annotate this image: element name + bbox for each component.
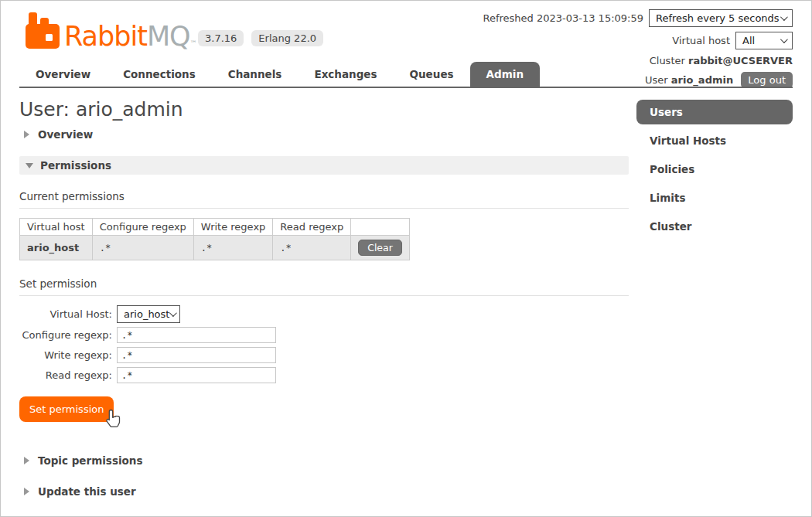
write-regexp-label: Write regexp: bbox=[19, 349, 112, 361]
chevron-down-icon bbox=[169, 309, 177, 317]
write-regexp-input[interactable] bbox=[117, 347, 276, 363]
cell-actions: Clear bbox=[351, 236, 410, 260]
tab-overview[interactable]: Overview bbox=[19, 62, 107, 87]
main-nav-tabs: Overview Connections Channels Exchanges … bbox=[19, 62, 540, 87]
cell-configure-regexp: .* bbox=[92, 236, 193, 260]
set-permission-button[interactable]: Set permission bbox=[19, 396, 114, 422]
version-badges: 3.7.16 Erlang 22.0 bbox=[198, 30, 323, 46]
page-title: User: ario_admin bbox=[19, 98, 629, 121]
erlang-version-badge: Erlang 22.0 bbox=[251, 30, 323, 46]
content-area: User: ario_admin Overview Permissions Cu… bbox=[19, 88, 629, 517]
table-header-row: Virtual host Configure regexp Write rege… bbox=[20, 219, 410, 236]
user-label: User bbox=[645, 74, 668, 86]
virtual-host-filter-value: All bbox=[742, 35, 755, 46]
col-virtual-host: Virtual host bbox=[20, 219, 93, 236]
virtual-host-field-label: Virtual Host: bbox=[19, 308, 112, 320]
cell-write-regexp: .* bbox=[193, 236, 272, 260]
collapsed-arrow-icon bbox=[24, 457, 29, 464]
logout-button[interactable]: Log out bbox=[741, 72, 793, 88]
set-permission-heading: Set permission bbox=[19, 267, 629, 296]
rabbitmq-logo[interactable]: RabbitMQ™ bbox=[24, 12, 196, 52]
section-permissions-label: Permissions bbox=[40, 159, 111, 172]
section-topic-permissions-toggle[interactable]: Topic permissions bbox=[24, 454, 629, 467]
brand-tm-mark: ™ bbox=[190, 39, 196, 47]
tab-channels[interactable]: Channels bbox=[212, 62, 299, 87]
sidebar-item-policies[interactable]: Policies bbox=[636, 157, 793, 182]
admin-sidebar: Users Virtual Hosts Policies Limits Clus… bbox=[636, 88, 793, 517]
col-write-regexp: Write regexp bbox=[193, 219, 272, 236]
section-update-user-toggle[interactable]: Update this user bbox=[24, 485, 629, 498]
clear-permission-button[interactable]: Clear bbox=[358, 240, 402, 256]
collapsed-sections: Topic permissions Update this user Delet… bbox=[19, 454, 629, 517]
read-regexp-input[interactable] bbox=[117, 367, 276, 383]
collapsed-arrow-icon bbox=[24, 131, 29, 138]
read-regexp-label: Read regexp: bbox=[19, 369, 112, 381]
expanded-arrow-icon bbox=[26, 163, 33, 168]
sidebar-item-limits[interactable]: Limits bbox=[636, 185, 793, 210]
section-overview-label: Overview bbox=[38, 128, 93, 141]
cluster-label: Cluster bbox=[650, 55, 685, 66]
section-update-user-label: Update this user bbox=[38, 485, 136, 498]
refreshed-timestamp: Refreshed 2023-03-13 15:09:59 bbox=[483, 12, 643, 24]
set-permission-form: Virtual Host: ario_host Configure regexp… bbox=[19, 305, 629, 436]
col-read-regexp: Read regexp bbox=[273, 219, 351, 236]
sidebar-item-users[interactable]: Users bbox=[636, 100, 793, 124]
rabbitmq-logo-icon bbox=[24, 12, 60, 52]
virtual-host-select-value: ario_host bbox=[124, 308, 169, 320]
logged-in-user-name: ario_admin bbox=[671, 74, 733, 86]
tab-queues[interactable]: Queues bbox=[394, 62, 470, 87]
virtual-host-select[interactable]: ario_host bbox=[117, 305, 180, 323]
refresh-interval-select[interactable]: Refresh every 5 seconds bbox=[649, 9, 793, 27]
configure-regexp-label: Configure regexp: bbox=[19, 329, 112, 341]
cluster-name: rabbit@UCSERVER bbox=[688, 55, 793, 66]
current-permissions-heading: Current permissions bbox=[19, 179, 629, 209]
brand-rabbit-text: Rabbit bbox=[64, 21, 147, 52]
virtual-host-filter-select[interactable]: All bbox=[735, 32, 793, 49]
chevron-down-icon bbox=[780, 13, 788, 21]
virtual-host-filter-label: Virtual host bbox=[672, 35, 730, 46]
section-overview-toggle[interactable]: Overview bbox=[24, 128, 629, 141]
collapsed-arrow-icon bbox=[24, 488, 29, 495]
tab-exchanges[interactable]: Exchanges bbox=[298, 62, 393, 87]
sidebar-item-virtual-hosts[interactable]: Virtual Hosts bbox=[636, 128, 793, 153]
brand-wordmark: RabbitMQ™ bbox=[64, 23, 196, 52]
cell-read-regexp: .* bbox=[273, 236, 351, 260]
refresh-interval-value: Refresh every 5 seconds bbox=[656, 12, 780, 24]
brand-mq-text: MQ bbox=[147, 21, 190, 52]
rabbitmq-management-window: RabbitMQ™ 3.7.16 Erlang 22.0 Refreshed 2… bbox=[0, 0, 812, 517]
tab-connections[interactable]: Connections bbox=[107, 62, 212, 87]
col-configure-regexp: Configure regexp bbox=[92, 219, 193, 236]
table-row: ario_host .* .* .* Clear bbox=[20, 236, 410, 260]
header: RabbitMQ™ 3.7.16 Erlang 22.0 Refreshed 2… bbox=[1, 1, 811, 88]
sidebar-item-cluster[interactable]: Cluster bbox=[636, 214, 793, 239]
current-permissions-table: Virtual host Configure regexp Write rege… bbox=[19, 218, 410, 260]
section-topic-permissions-label: Topic permissions bbox=[38, 454, 142, 467]
configure-regexp-input[interactable] bbox=[117, 327, 276, 343]
section-permissions-toggle[interactable]: Permissions bbox=[19, 156, 629, 175]
mouse-cursor-pointer-icon bbox=[104, 409, 121, 433]
col-actions bbox=[351, 219, 410, 236]
main-area: User: ario_admin Overview Permissions Cu… bbox=[1, 88, 811, 517]
tab-admin[interactable]: Admin bbox=[470, 62, 540, 87]
rabbitmq-version-badge: 3.7.16 bbox=[198, 30, 244, 46]
cell-virtual-host: ario_host bbox=[20, 236, 93, 260]
chevron-down-icon bbox=[780, 36, 788, 43]
